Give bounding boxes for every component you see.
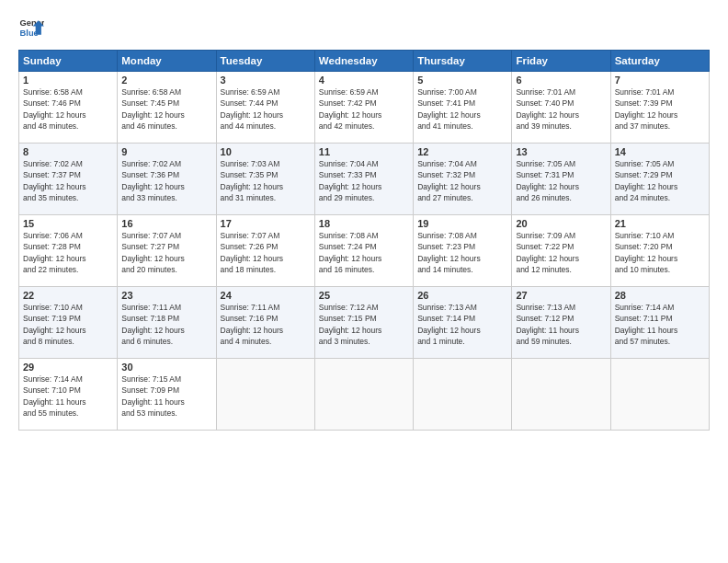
day-info: Sunrise: 7:12 AM Sunset: 7:15 PM Dayligh… [319,302,409,347]
cal-cell: 27Sunrise: 7:13 AM Sunset: 7:12 PM Dayli… [512,287,610,359]
day-number: 29 [23,362,113,373]
cal-cell: 24Sunrise: 7:11 AM Sunset: 7:16 PM Dayli… [216,287,314,359]
cal-cell: 21Sunrise: 7:10 AM Sunset: 7:20 PM Dayli… [610,215,709,287]
day-info: Sunrise: 7:14 AM Sunset: 7:10 PM Dayligh… [23,373,113,419]
day-info: Sunrise: 7:08 AM Sunset: 7:24 PM Dayligh… [319,230,409,275]
cal-cell: 25Sunrise: 7:12 AM Sunset: 7:15 PM Dayli… [314,287,413,359]
cal-cell: 5Sunrise: 7:00 AM Sunset: 7:41 PM Daylig… [414,72,512,144]
cal-cell [512,359,610,431]
cal-cell: 11Sunrise: 7:04 AM Sunset: 7:33 PM Dayli… [314,144,413,215]
day-number: 16 [121,218,211,229]
day-info: Sunrise: 7:05 AM Sunset: 7:29 PM Dayligh… [615,158,705,203]
cal-cell: 7Sunrise: 7:01 AM Sunset: 7:39 PM Daylig… [610,72,709,144]
day-number: 6 [516,75,606,86]
day-info: Sunrise: 7:00 AM Sunset: 7:41 PM Dayligh… [417,86,507,132]
cal-cell: 18Sunrise: 7:08 AM Sunset: 7:24 PM Dayli… [314,215,413,287]
cal-cell: 19Sunrise: 7:08 AM Sunset: 7:23 PM Dayli… [414,215,512,287]
day-info: Sunrise: 7:09 AM Sunset: 7:22 PM Dayligh… [516,230,606,275]
day-number: 14 [615,146,705,157]
day-info: Sunrise: 7:13 AM Sunset: 7:12 PM Dayligh… [516,302,606,347]
col-header-monday: Monday [118,51,216,72]
col-header-thursday: Thursday [414,51,512,72]
day-number: 7 [615,75,705,86]
day-info: Sunrise: 7:15 AM Sunset: 7:09 PM Dayligh… [121,373,211,419]
col-header-wednesday: Wednesday [314,51,413,72]
cal-cell: 16Sunrise: 7:07 AM Sunset: 7:27 PM Dayli… [118,215,216,287]
day-number: 1 [23,75,113,86]
day-number: 12 [417,146,507,157]
day-info: Sunrise: 7:11 AM Sunset: 7:16 PM Dayligh… [221,302,311,347]
day-info: Sunrise: 6:59 AM Sunset: 7:42 PM Dayligh… [319,86,409,132]
day-info: Sunrise: 7:14 AM Sunset: 7:11 PM Dayligh… [615,302,705,347]
day-info: Sunrise: 7:03 AM Sunset: 7:35 PM Dayligh… [221,158,311,203]
cal-cell: 3Sunrise: 6:59 AM Sunset: 7:44 PM Daylig… [216,72,314,144]
day-number: 8 [23,146,113,157]
cal-cell: 29Sunrise: 7:14 AM Sunset: 7:10 PM Dayli… [19,359,118,431]
day-info: Sunrise: 7:02 AM Sunset: 7:37 PM Dayligh… [23,158,113,203]
day-number: 17 [221,218,311,229]
day-info: Sunrise: 7:05 AM Sunset: 7:31 PM Dayligh… [516,158,606,203]
day-info: Sunrise: 7:08 AM Sunset: 7:23 PM Dayligh… [417,230,507,275]
day-info: Sunrise: 7:10 AM Sunset: 7:19 PM Dayligh… [23,302,113,347]
day-number: 18 [319,218,409,229]
col-header-sunday: Sunday [19,51,118,72]
day-number: 15 [23,218,113,229]
cal-cell [314,359,413,431]
day-number: 26 [417,290,507,301]
day-number: 27 [516,290,606,301]
week-row-2: 8Sunrise: 7:02 AM Sunset: 7:37 PM Daylig… [19,144,710,215]
cal-cell: 6Sunrise: 7:01 AM Sunset: 7:40 PM Daylig… [512,72,610,144]
day-info: Sunrise: 7:01 AM Sunset: 7:39 PM Dayligh… [615,86,705,132]
day-info: Sunrise: 7:04 AM Sunset: 7:32 PM Dayligh… [417,158,507,203]
day-number: 10 [221,146,311,157]
cal-cell: 8Sunrise: 7:02 AM Sunset: 7:37 PM Daylig… [19,144,118,215]
cal-cell [610,359,709,431]
week-row-5: 29Sunrise: 7:14 AM Sunset: 7:10 PM Dayli… [19,359,710,431]
calendar-table: SundayMondayTuesdayWednesdayThursdayFrid… [18,50,710,431]
logo: General Blue [18,15,44,40]
cal-cell: 10Sunrise: 7:03 AM Sunset: 7:35 PM Dayli… [216,144,314,215]
day-info: Sunrise: 6:58 AM Sunset: 7:46 PM Dayligh… [23,86,113,132]
cal-cell [216,359,314,431]
day-number: 5 [417,75,507,86]
cal-cell: 28Sunrise: 7:14 AM Sunset: 7:11 PM Dayli… [610,287,709,359]
day-number: 21 [615,218,705,229]
cal-cell: 13Sunrise: 7:05 AM Sunset: 7:31 PM Dayli… [512,144,610,215]
day-number: 3 [221,75,311,86]
cal-cell: 17Sunrise: 7:07 AM Sunset: 7:26 PM Dayli… [216,215,314,287]
day-number: 4 [319,75,409,86]
day-info: Sunrise: 7:04 AM Sunset: 7:33 PM Dayligh… [319,158,409,203]
week-row-3: 15Sunrise: 7:06 AM Sunset: 7:28 PM Dayli… [19,215,710,287]
header: General Blue [18,15,710,40]
cal-cell: 30Sunrise: 7:15 AM Sunset: 7:09 PM Dayli… [118,359,216,431]
cal-cell: 15Sunrise: 7:06 AM Sunset: 7:28 PM Dayli… [19,215,118,287]
day-info: Sunrise: 7:06 AM Sunset: 7:28 PM Dayligh… [23,230,113,275]
day-number: 13 [516,146,606,157]
day-info: Sunrise: 7:02 AM Sunset: 7:36 PM Dayligh… [121,158,211,203]
day-number: 9 [121,146,211,157]
day-number: 20 [516,218,606,229]
week-row-4: 22Sunrise: 7:10 AM Sunset: 7:19 PM Dayli… [19,287,710,359]
cal-cell: 12Sunrise: 7:04 AM Sunset: 7:32 PM Dayli… [414,144,512,215]
cal-cell [414,359,512,431]
day-number: 2 [121,75,211,86]
day-info: Sunrise: 7:01 AM Sunset: 7:40 PM Dayligh… [516,86,606,132]
cal-cell: 22Sunrise: 7:10 AM Sunset: 7:19 PM Dayli… [19,287,118,359]
day-info: Sunrise: 6:58 AM Sunset: 7:45 PM Dayligh… [121,86,211,132]
col-header-saturday: Saturday [610,51,709,72]
cal-cell: 26Sunrise: 7:13 AM Sunset: 7:14 PM Dayli… [414,287,512,359]
day-number: 30 [121,362,211,373]
day-number: 25 [319,290,409,301]
page: General Blue SundayMondayTuesdayWednesda… [0,0,728,563]
day-number: 24 [221,290,311,301]
day-number: 19 [417,218,507,229]
cal-cell: 2Sunrise: 6:58 AM Sunset: 7:45 PM Daylig… [118,72,216,144]
day-number: 22 [23,290,113,301]
day-number: 23 [121,290,211,301]
cal-cell: 4Sunrise: 6:59 AM Sunset: 7:42 PM Daylig… [314,72,413,144]
day-number: 28 [615,290,705,301]
week-row-1: 1Sunrise: 6:58 AM Sunset: 7:46 PM Daylig… [19,72,710,144]
day-info: Sunrise: 6:59 AM Sunset: 7:44 PM Dayligh… [221,86,311,132]
day-info: Sunrise: 7:07 AM Sunset: 7:26 PM Dayligh… [221,230,311,275]
cal-cell: 20Sunrise: 7:09 AM Sunset: 7:22 PM Dayli… [512,215,610,287]
